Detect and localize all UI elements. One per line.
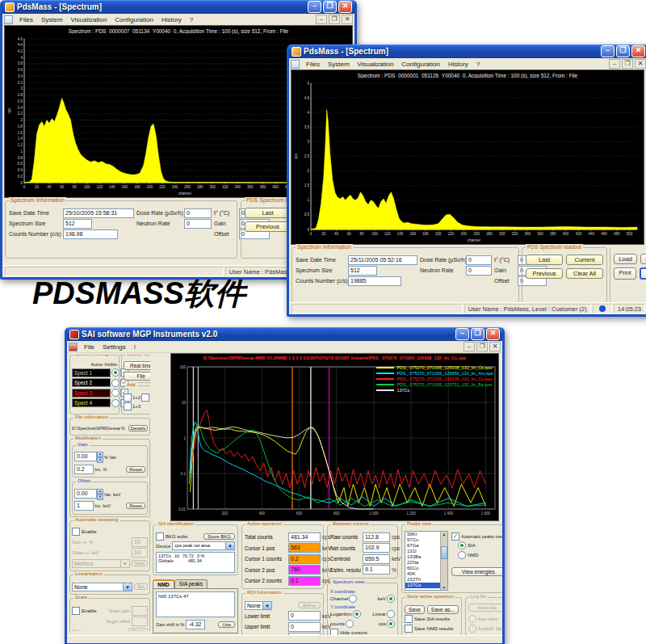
linearisation-dropdown[interactable]: None▼ — [72, 583, 132, 591]
menu-item[interactable]: System — [324, 61, 354, 68]
add-1-3-checkbox[interactable] — [124, 402, 132, 410]
peak-list-item[interactable]: 22Na — [405, 560, 441, 566]
real-time-button[interactable]: Real time — [124, 361, 150, 370]
spect4-chip[interactable]: Spect 4 — [72, 398, 111, 407]
spect3-chip[interactable]: Spect 3 — [72, 389, 111, 398]
mdi-restore-icon[interactable]: ❐ — [329, 15, 340, 24]
roi-lower-value[interactable]: 0 — [288, 611, 321, 621]
peak-list-item[interactable]: 67Ga — [405, 543, 441, 549]
peak-list-item[interactable]: 59Kr — [405, 532, 441, 537]
counts-radio[interactable] — [346, 620, 354, 628]
file-button[interactable]: File — [124, 372, 150, 381]
add-1-4-checkbox[interactable] — [141, 394, 149, 402]
offset-reset-button[interactable]: Reset — [126, 503, 145, 509]
maximize-button[interactable]: ❐ — [323, 1, 337, 13]
offset-var-input[interactable]: 0.00 — [74, 489, 97, 499]
menu-item[interactable]: Files — [302, 61, 324, 68]
gain-inc-input[interactable]: 0.2 — [74, 465, 94, 474]
menu-item[interactable]: Settings — [99, 343, 130, 351]
peak-list-item[interactable]: 40K — [405, 571, 441, 577]
current-button[interactable]: Current — [566, 255, 603, 265]
mdi-close-icon[interactable]: ✕ — [635, 59, 646, 69]
logarithm-radio[interactable] — [353, 610, 361, 618]
gain-reset-button[interactable]: Reset — [126, 466, 145, 473]
menu-item[interactable]: History — [157, 16, 186, 23]
close-button[interactable]: ✕ — [486, 328, 500, 340]
save-nmd-results-checkbox[interactable] — [405, 625, 413, 633]
spect1-active-radio[interactable] — [111, 368, 120, 377]
cps-radio[interactable] — [387, 620, 395, 628]
window-titlebar[interactable]: PdsMass - [Spectrum] – ❐ ✕ — [289, 44, 646, 58]
menu-item[interactable]: Visualization — [67, 16, 111, 23]
sweep-enable-checkbox[interactable] — [72, 528, 80, 536]
peak-list-item[interactable]: 57Co — [405, 537, 441, 543]
mdi-restore-icon[interactable]: ❐ — [476, 342, 488, 351]
listbox-scrollbar[interactable] — [440, 532, 447, 590]
menu-item[interactable]: ? — [186, 16, 197, 23]
spect2-active-radio[interactable] — [111, 379, 120, 387]
view-energies-button[interactable]: View energies — [451, 567, 505, 576]
menu-item[interactable]: History — [444, 61, 472, 68]
store-bkg-button[interactable]: Store BKG — [203, 533, 235, 540]
load-button[interactable]: Load — [614, 254, 637, 264]
close-button[interactable]: ✕ — [631, 45, 645, 57]
linear-radio[interactable] — [387, 610, 395, 618]
roi-upper-value[interactable]: 0 — [288, 622, 321, 632]
last-button[interactable]: Last — [245, 208, 291, 218]
peak-list-item[interactable]: 232Th — [405, 577, 441, 583]
close-button[interactable]: ✕ — [338, 1, 352, 13]
peak-list-item[interactable]: 60Co — [405, 566, 441, 571]
quit-button[interactable]: Quit — [640, 267, 646, 280]
automatic-peaks-view-checkbox[interactable]: ✓ — [451, 532, 459, 541]
use-button[interactable]: Use — [218, 621, 235, 628]
maximize-button[interactable]: ❐ — [471, 328, 484, 340]
previous-button[interactable]: Previous — [245, 221, 291, 232]
menu-item[interactable]: Visualization — [354, 61, 398, 68]
peaks-listbox[interactable]: 59Kr57Co67Ga131I133Ba22Na60Co40K232Th137… — [405, 531, 448, 591]
tab-nmd[interactable]: NMD — [153, 579, 174, 588]
mdi-close-icon[interactable]: ✕ — [489, 342, 501, 351]
details-button[interactable]: Details — [128, 425, 148, 431]
minimize-button[interactable]: – — [308, 1, 321, 13]
peak-list-item[interactable]: 131I — [405, 549, 441, 554]
save-sia-results-checkbox[interactable] — [405, 615, 413, 623]
save-button[interactable]: Save — [640, 254, 646, 264]
spect1-chip[interactable]: Spect 1 — [72, 368, 111, 377]
channel-radio[interactable] — [349, 595, 357, 603]
peak-list-item[interactable]: 133Ba — [405, 554, 441, 560]
menu-item[interactable]: Configuration — [111, 16, 157, 23]
tab-sia-peaks[interactable]: SIA peaks — [174, 579, 208, 588]
mdi-minimize-icon[interactable]: – — [609, 59, 620, 69]
gain-var-input[interactable]: 0.00 — [74, 452, 97, 461]
menu-item[interactable]: File — [80, 343, 99, 351]
spect4-active-radio[interactable] — [111, 399, 120, 407]
menu-item[interactable]: Configuration — [397, 61, 444, 68]
mdi-minimize-icon[interactable]: – — [464, 342, 475, 351]
sia-radio[interactable] — [458, 541, 466, 549]
scale-enable-checkbox[interactable] — [72, 607, 80, 615]
minimize-button[interactable]: – — [455, 328, 469, 340]
window-titlebar[interactable]: PdsMass - [Spectrum] – ❐ ✕ — [2, 0, 354, 14]
mdi-close-icon[interactable]: ✕ — [342, 15, 353, 24]
menu-item[interactable]: System — [37, 16, 67, 23]
mdi-minimize-icon[interactable]: – — [316, 15, 327, 24]
menu-item[interactable]: Files — [15, 16, 37, 23]
peak-list-item[interactable]: 137Cs — [405, 583, 441, 588]
roi-dropdown[interactable]: None▼ — [245, 601, 272, 610]
save-as-button[interactable]: Save as... — [427, 605, 459, 614]
nmd-radio[interactable] — [458, 551, 466, 559]
window-titlebar[interactable]: SAI software MGP Instruments v2.0 – ❐ ✕ — [67, 327, 502, 341]
device-dropdown[interactable]: cps peak net area▼ — [172, 541, 235, 550]
previous-button[interactable]: Previous — [526, 268, 563, 279]
kev-radio[interactable] — [387, 595, 395, 603]
last-button[interactable]: Last — [526, 255, 563, 265]
mdi-restore-icon[interactable]: ❐ — [622, 59, 633, 69]
clear-all-button[interactable]: Clear All — [566, 268, 603, 279]
spect2-chip[interactable]: Spect 2 — [72, 378, 111, 387]
menu-item[interactable]: ? — [472, 61, 484, 68]
menu-item[interactable]: ! — [130, 343, 140, 351]
add-1-2-checkbox[interactable] — [124, 394, 132, 402]
save-button[interactable]: Save — [405, 605, 425, 614]
spect3-active-radio[interactable] — [111, 389, 120, 397]
maximize-button[interactable]: ❐ — [616, 45, 630, 57]
